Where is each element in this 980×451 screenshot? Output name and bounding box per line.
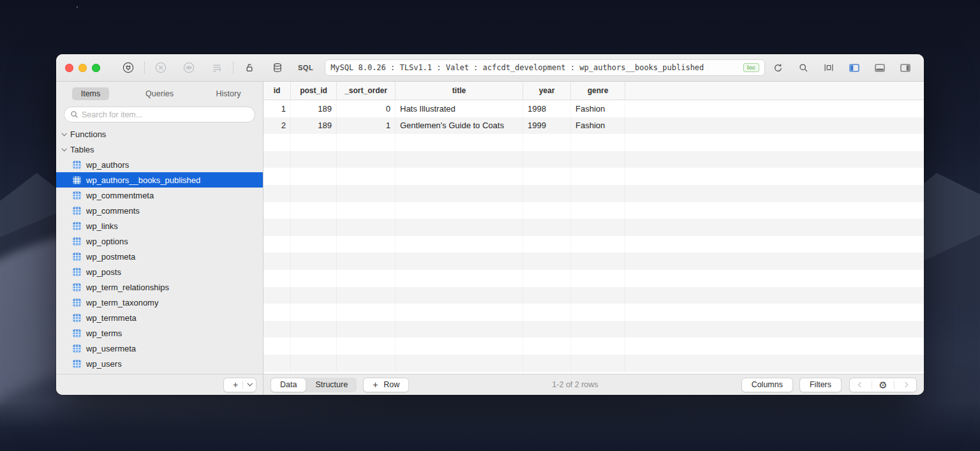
sidebar-table-item[interactable]: wp_postmeta	[56, 249, 263, 264]
tab-history[interactable]: History	[194, 86, 263, 101]
cell-id[interactable]: 1	[264, 100, 291, 117]
empty-row	[264, 168, 924, 185]
page-nav-group: ⚙	[849, 378, 917, 392]
data-tab[interactable]: Data	[271, 378, 306, 392]
table-row[interactable]: 21891Gentlemen's Guide to Coats1999Fashi…	[264, 117, 924, 135]
add-item-button[interactable]: +	[223, 378, 256, 392]
sidebar-table-item[interactable]: wp_term_relationships	[56, 279, 263, 295]
close-button[interactable]	[65, 64, 73, 72]
zoom-button[interactable]	[92, 64, 100, 72]
cell-post_id[interactable]: 189	[291, 100, 337, 117]
column-header-id[interactable]: id	[264, 82, 291, 100]
disconnect-icon[interactable]	[155, 62, 167, 73]
connection-icon[interactable]	[122, 62, 134, 73]
toggle-bottom-panel-icon[interactable]	[874, 62, 886, 73]
tree-section-functions[interactable]: Functions	[56, 126, 263, 142]
empty-row	[264, 304, 924, 321]
grid-footer: Data Structure + Row 1-2 of 2 rows Colum…	[264, 374, 924, 395]
cell-post_id	[291, 151, 337, 168]
sidebar-table-item[interactable]: wp_users	[56, 356, 263, 371]
preview-eye-icon[interactable]	[183, 62, 195, 73]
cell-_sort_order	[337, 337, 396, 355]
toolbar-separator	[233, 61, 234, 74]
sidebar-table-item[interactable]: wp_authors	[56, 157, 263, 172]
cell-post_id	[291, 185, 337, 202]
minimize-button[interactable]	[78, 64, 87, 72]
cell-title[interactable]: Hats Illustrated	[396, 100, 523, 117]
search-input[interactable]	[82, 110, 249, 119]
cell-genre	[571, 355, 625, 372]
sql-editor-icon[interactable]: SQL	[298, 64, 313, 71]
cell-year[interactable]: 1999	[523, 117, 571, 135]
sidebar-table-item[interactable]: wp_usermeta	[56, 341, 263, 356]
tree-section-tables[interactable]: Tables	[56, 142, 263, 157]
sidebar-search[interactable]	[64, 107, 255, 122]
sidebar-table-item[interactable]: wp_commentmeta	[56, 188, 263, 203]
cell-id	[264, 134, 291, 151]
sidebar-table-item[interactable]: wp_comments	[56, 203, 263, 218]
settings-button[interactable]: ⚙	[872, 378, 894, 392]
column-header-title[interactable]: title	[396, 82, 523, 100]
cell-_sort_order[interactable]: 0	[337, 100, 396, 117]
column-header-post_id[interactable]: post_id	[291, 82, 337, 100]
cell-_sort_order	[337, 270, 396, 287]
cell-post_id	[291, 236, 337, 253]
cell-id[interactable]: 2	[264, 117, 291, 135]
commit-queue-icon[interactable]	[211, 62, 223, 73]
cell-genre	[571, 219, 625, 236]
empty-row	[264, 202, 924, 219]
columns-button[interactable]: Columns	[741, 378, 793, 392]
filters-button[interactable]: Filters	[799, 378, 842, 392]
sidebar-table-item[interactable]: wp_options	[56, 233, 263, 249]
structure-tab[interactable]: Structure	[306, 378, 357, 392]
cell-year	[523, 151, 571, 168]
cell-id	[264, 185, 291, 202]
sidebar-table-item[interactable]: wp_terms	[56, 325, 263, 341]
cell-title[interactable]: Gentlemen's Guide to Coats	[396, 117, 523, 135]
empty-row	[264, 219, 924, 236]
cell-genre[interactable]: Fashion	[571, 117, 625, 135]
chevron-down-icon	[61, 146, 66, 151]
refresh-icon[interactable]	[772, 62, 783, 73]
cell-id	[264, 219, 291, 236]
add-row-button[interactable]: + Row	[363, 378, 409, 392]
sidebar-table-item[interactable]: wp_termmeta	[56, 310, 263, 325]
chevron-right-icon	[903, 382, 908, 387]
column-header-_sort_order[interactable]: _sort_order	[337, 82, 396, 100]
toggle-right-panel-icon[interactable]	[900, 62, 911, 73]
lock-icon[interactable]	[244, 62, 255, 73]
cell-filler	[625, 151, 924, 168]
table-row[interactable]: 11890Hats Illustrated1998Fashion	[264, 100, 924, 117]
sidebar-table-item[interactable]: wp_term_taxonomy	[56, 295, 263, 310]
cell-year	[523, 270, 571, 287]
sidebar-table-item[interactable]: wp_posts	[56, 264, 263, 279]
empty-row	[264, 337, 924, 355]
cell-genre[interactable]: Fashion	[571, 100, 625, 117]
next-page-button[interactable]	[895, 378, 916, 392]
previous-page-button[interactable]	[850, 378, 872, 392]
connection-path-field[interactable]: MySQL 8.0.26 : TLSv1.1 : Valet : acfcdt_…	[325, 59, 765, 76]
cell-post_id	[291, 321, 337, 338]
cell-year[interactable]: 1998	[523, 100, 571, 117]
columns-view-icon[interactable]	[823, 62, 835, 73]
cell-title	[396, 270, 523, 287]
cell-post_id[interactable]: 189	[291, 117, 337, 135]
tab-queries[interactable]: Queries	[125, 86, 194, 101]
sidebar-table-item[interactable]: wp_links	[56, 218, 263, 233]
cell-post_id	[291, 168, 337, 185]
empty-row	[264, 236, 924, 253]
cell-_sort_order[interactable]: 1	[337, 117, 396, 135]
sidebar-table-item[interactable]: wp_authors__books_published	[56, 172, 263, 188]
column-header-genre[interactable]: genre	[571, 82, 625, 100]
tab-items[interactable]: Items	[56, 86, 125, 101]
cell-post_id	[291, 202, 337, 219]
search-icon[interactable]	[798, 62, 809, 73]
cell-genre	[571, 253, 625, 270]
cell-year	[523, 168, 571, 185]
column-header-year[interactable]: year	[523, 82, 571, 100]
toggle-left-panel-icon[interactable]	[849, 62, 860, 73]
cell-filler	[625, 355, 924, 372]
table-icon	[73, 314, 81, 322]
database-icon[interactable]	[272, 62, 283, 73]
grid-body: 11890Hats Illustrated1998Fashion21891Gen…	[264, 100, 924, 374]
